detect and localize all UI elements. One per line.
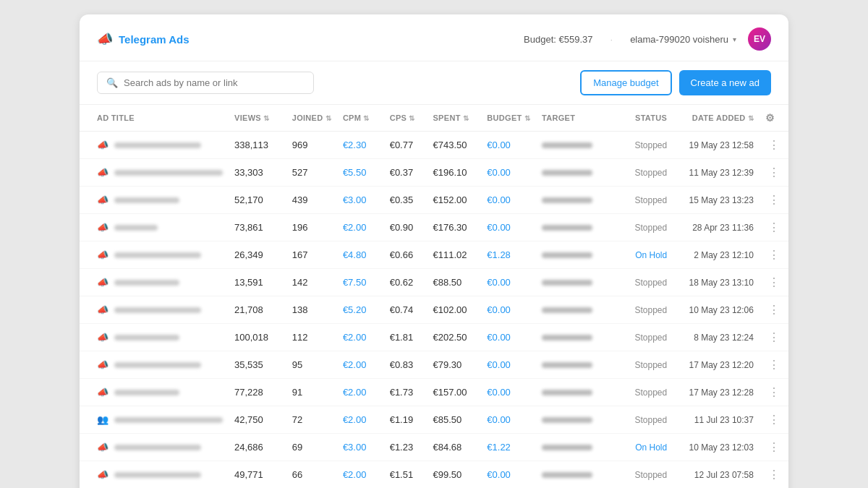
row-actions-button[interactable]: ⋮ [765,330,783,345]
cell-actions[interactable]: ⋮ [760,241,788,269]
col-header-title: AD TITLE [80,105,229,132]
col-header-cpm[interactable]: CPM [337,105,384,132]
cell-title: 📣 [80,241,229,269]
title-blurred [114,280,179,286]
row-actions-button[interactable]: ⋮ [765,302,783,317]
col-header-cps[interactable]: CPS [384,105,427,132]
cell-cpm: €7.50 [337,269,384,296]
row-ad-icon: 📣 [97,359,109,370]
cell-actions[interactable]: ⋮ [760,214,788,241]
cell-cpm: €2.30 [337,132,384,159]
cell-actions[interactable]: ⋮ [760,324,788,351]
cell-actions[interactable]: ⋮ [760,379,788,406]
row-actions-button[interactable]: ⋮ [765,385,783,400]
row-actions-button[interactable]: ⋮ [765,192,783,207]
cell-cps: €0.90 [384,214,427,241]
cell-spent: €102.00 [427,296,481,324]
cell-actions[interactable]: ⋮ [760,434,788,461]
budget-display: Budget: €559.37 [524,34,592,45]
cell-joined: 91 [286,379,337,406]
gear-icon[interactable]: ⚙ [765,112,775,124]
cell-status: Stopped [616,461,673,489]
cell-actions[interactable]: ⋮ [760,351,788,379]
row-actions-button[interactable]: ⋮ [765,275,783,290]
cell-views: 26,349 [229,241,286,269]
cell-date: 10 May 23 12:06 [673,296,760,324]
cell-date: 15 May 23 13:23 [673,187,760,214]
row-ad-icon: 📣 [97,469,109,480]
cell-views: 338,113 [229,132,286,159]
cell-status: On Hold [616,434,673,461]
title-blurred [114,472,201,478]
col-header-views[interactable]: VIEWS [229,105,286,132]
col-header-joined[interactable]: JOINED [286,105,337,132]
cell-joined: 112 [286,324,337,351]
cell-actions[interactable]: ⋮ [760,406,788,434]
cell-joined: 69 [286,434,337,461]
title-blurred [114,362,201,368]
cell-actions[interactable]: ⋮ [760,461,788,489]
cell-views: 77,228 [229,379,286,406]
cell-joined: 167 [286,241,337,269]
cell-cps: €0.77 [384,132,427,159]
cell-target [536,241,616,269]
ads-table-container: AD TITLE VIEWS JOINED CPM CPS SPENT BUDG… [80,105,788,488]
cell-cps: €0.74 [384,296,427,324]
cell-actions[interactable]: ⋮ [760,187,788,214]
create-ad-button[interactable]: Create a new ad [679,70,771,95]
cell-joined: 439 [286,187,337,214]
title-blurred [114,252,201,258]
cell-budget: €0.00 [481,132,536,159]
cell-status: Stopped [616,406,673,434]
row-actions-button[interactable]: ⋮ [765,467,783,482]
col-header-budget[interactable]: BUDGET [481,105,536,132]
cell-title: 📣 [80,434,229,461]
row-actions-button[interactable]: ⋮ [765,220,783,235]
target-blurred [542,417,592,423]
search-input[interactable] [124,77,305,88]
cell-budget: €0.00 [481,379,536,406]
cell-spent: €176.30 [427,214,481,241]
col-header-date[interactable]: DATE ADDED [673,105,760,132]
row-actions-button[interactable]: ⋮ [765,247,783,262]
col-header-spent[interactable]: SPENT [427,105,481,132]
cell-views: 73,861 [229,214,286,241]
row-actions-button[interactable]: ⋮ [765,165,783,180]
cell-actions[interactable]: ⋮ [760,296,788,324]
target-blurred [542,472,592,478]
cell-cpm: €2.00 [337,379,384,406]
cell-actions[interactable]: ⋮ [760,159,788,187]
target-blurred [542,252,592,258]
cell-spent: €196.10 [427,159,481,187]
row-actions-button[interactable]: ⋮ [765,412,783,427]
cell-spent: €84.68 [427,434,481,461]
cell-budget: €0.00 [481,351,536,379]
target-blurred [542,170,592,176]
title-blurred [114,225,158,231]
row-actions-button[interactable]: ⋮ [765,440,783,455]
cell-actions[interactable]: ⋮ [760,132,788,159]
cell-status: Stopped [616,159,673,187]
header: 📣 Telegram Ads Budget: €559.37 · elama-7… [80,14,788,61]
table-row: 📣 77,228 91 €2.00 €1.73 €157.00 €0.00 St… [80,379,788,406]
cell-cpm: €5.50 [337,159,384,187]
target-blurred [542,445,592,450]
chevron-down-icon: ▾ [733,35,736,43]
cell-date: 19 May 23 12:58 [673,132,760,159]
row-actions-button[interactable]: ⋮ [765,137,783,153]
cell-joined: 969 [286,132,337,159]
cell-spent: €743.50 [427,132,481,159]
cell-status: Stopped [616,296,673,324]
cell-views: 49,771 [229,461,286,489]
cell-status: Stopped [616,324,673,351]
row-ad-icon: 📣 [97,222,109,233]
row-ad-icon: 📣 [97,140,109,150]
manage-budget-button[interactable]: Manage budget [580,70,671,95]
cell-actions[interactable]: ⋮ [760,269,788,296]
row-actions-button[interactable]: ⋮ [765,357,783,372]
button-group: Manage budget Create a new ad [580,70,771,95]
avatar[interactable]: EV [748,27,771,51]
user-info[interactable]: elama-799020 voisheru ▾ [630,34,736,45]
target-blurred [542,280,592,286]
cell-target [536,379,616,406]
